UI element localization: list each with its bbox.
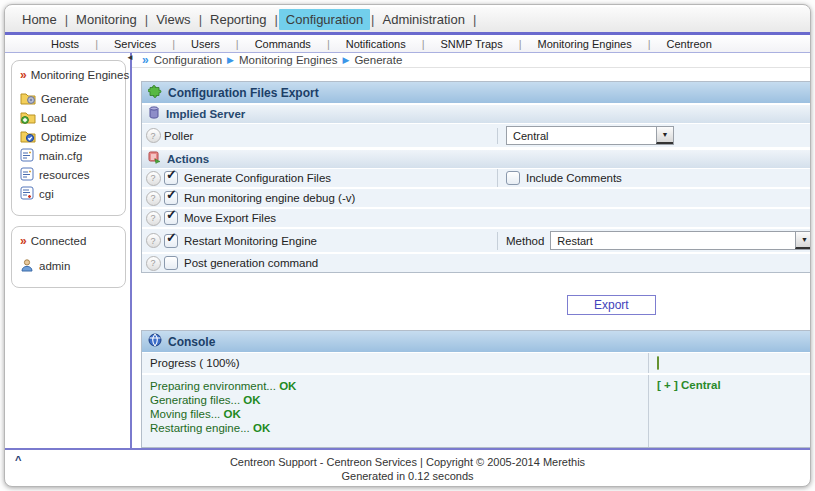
tab-views[interactable]: Views — [149, 9, 197, 30]
menu-separator — [274, 12, 277, 27]
poller-target-expander[interactable]: [ + ] Central — [657, 379, 721, 391]
footer: ^ Centreon Support - Centreon Services |… — [5, 448, 810, 487]
subtab-snmp-traps[interactable]: SNMP Traps — [425, 38, 519, 50]
help-icon[interactable]: ? — [146, 171, 161, 186]
breadcrumb-monitoring-engines[interactable]: Monitoring Engines — [239, 54, 337, 66]
help-icon[interactable]: ? — [146, 128, 161, 143]
connected-user-label: admin — [39, 260, 70, 272]
generate-config-checkbox[interactable] — [164, 171, 178, 185]
globe-icon — [148, 333, 162, 351]
sidebar-item-load[interactable]: Load — [20, 110, 119, 126]
breadcrumb-arrow-icon: ▶ — [342, 55, 349, 65]
implied-server-title: Implied Server — [166, 108, 245, 120]
post-command-checkbox[interactable] — [164, 256, 178, 270]
generate-config-label: Generate Configuration Files — [184, 172, 331, 184]
action-row-generate: ? Generate Configuration Files Include C… — [142, 169, 811, 189]
footer-generated: Generated in 0.12 seconds — [5, 469, 810, 483]
sidebar-connected-title: »Connected — [20, 234, 119, 248]
tab-administration[interactable]: Administration — [376, 9, 472, 30]
subtab-hosts[interactable]: Hosts — [35, 38, 95, 50]
include-comments-checkbox[interactable] — [506, 171, 520, 185]
restart-engine-label: Restart Monitoring Engine — [184, 235, 317, 247]
console-header: Console — [142, 331, 811, 353]
sidebar-item-label: resources — [39, 169, 90, 181]
move-files-checkbox[interactable] — [164, 211, 178, 225]
log-line: Restarting engine... OK — [150, 421, 648, 435]
menu-separator — [371, 12, 374, 27]
help-icon[interactable]: ? — [146, 191, 161, 206]
actions-header: Actions — [142, 149, 811, 169]
user-icon — [20, 258, 34, 274]
sidebar-item-cgi[interactable]: cgi — [20, 186, 119, 202]
folder-check-icon — [20, 129, 36, 145]
footer-copyright: Centreon Support - Centreon Services | C… — [5, 455, 810, 469]
progress-bar — [657, 356, 659, 370]
debug-label: Run monitoring engine debug (-v) — [184, 192, 355, 204]
sidebar-item-resources[interactable]: resources — [20, 167, 119, 183]
panel-header: Configuration Files Export — [142, 82, 811, 104]
method-label: Method — [506, 235, 544, 247]
sidebar-item-optimize[interactable]: Optimize — [20, 129, 119, 145]
menu-separator — [473, 12, 476, 27]
poller-select[interactable]: Central ▼ — [506, 126, 674, 145]
cgi-file-icon — [20, 186, 34, 202]
menu-separator — [199, 12, 202, 27]
method-select[interactable]: Restart ▼ — [550, 231, 811, 250]
console-panel: Console Progress ( 100%) Preparing envir… — [141, 330, 811, 448]
subtab-users[interactable]: Users — [175, 38, 236, 50]
sidebar-connected-box: »Connected admin — [11, 226, 126, 288]
poller-label: Poller — [164, 130, 193, 142]
panel-title: Configuration Files Export — [168, 86, 319, 100]
implied-server-header: Implied Server — [142, 104, 811, 124]
sidebar-item-generate[interactable]: Generate — [20, 91, 119, 107]
breadcrumb: » Configuration ▶ Monitoring Engines ▶ G… — [132, 53, 811, 68]
subtab-monitoring-engines[interactable]: Monitoring Engines — [522, 38, 648, 50]
method-selected-value: Restart — [557, 235, 592, 247]
config-submenu: Hosts Services Users Commands Notificati… — [5, 32, 810, 53]
folder-plus-icon — [20, 110, 36, 126]
console-log-row: Preparing environment... OK Generating f… — [142, 375, 811, 447]
export-button-zone: Export — [132, 273, 811, 325]
log-line: Generating files... OK — [150, 393, 648, 407]
poller-selected-value: Central — [513, 130, 548, 142]
dropdown-arrow-icon: ▼ — [656, 127, 673, 144]
actions-icon — [148, 150, 161, 168]
tab-monitoring[interactable]: Monitoring — [69, 9, 144, 30]
progress-row: Progress ( 100%) — [142, 353, 811, 375]
console-title: Console — [168, 335, 215, 349]
restart-engine-checkbox[interactable] — [164, 234, 178, 248]
breadcrumb-configuration[interactable]: Configuration — [154, 54, 222, 66]
scroll-top-caret[interactable]: ^ — [15, 453, 21, 467]
connected-user[interactable]: admin — [20, 258, 119, 274]
breadcrumb-generate[interactable]: Generate — [354, 54, 402, 66]
move-files-label: Move Export Files — [184, 212, 276, 224]
sidebar-item-label: Generate — [41, 93, 89, 105]
subtab-notifications[interactable]: Notifications — [330, 38, 422, 50]
help-icon[interactable]: ? — [146, 233, 161, 248]
sidebar-collapse-icon[interactable]: ◄ — [126, 53, 134, 62]
tab-configuration[interactable]: Configuration — [279, 9, 370, 30]
sidebar-item-main-cfg[interactable]: main.cfg — [20, 148, 119, 164]
log-line: Moving files... OK — [150, 407, 648, 421]
export-button[interactable]: Export — [567, 295, 656, 315]
section-chevrons-icon: » — [20, 234, 27, 248]
subtab-services[interactable]: Services — [98, 38, 172, 50]
subtab-centreon[interactable]: Centreon — [651, 38, 728, 50]
tab-reporting[interactable]: Reporting — [203, 9, 273, 30]
post-command-label: Post generation command — [184, 257, 318, 269]
config-file-icon — [20, 167, 34, 183]
tab-home[interactable]: Home — [15, 9, 64, 30]
action-row-move: ? Move Export Files — [142, 209, 811, 229]
content-area: ◄ » Configuration ▶ Monitoring Engines ▶… — [130, 53, 811, 448]
folder-gear-icon — [20, 91, 36, 107]
action-row-restart: ? Restart Monitoring Engine Method Resta… — [142, 229, 811, 254]
help-icon[interactable]: ? — [146, 211, 161, 226]
centreon-window: Home Monitoring Views Reporting Configur… — [4, 4, 811, 487]
main-menu: Home Monitoring Views Reporting Configur… — [5, 7, 810, 32]
menu-separator — [65, 12, 68, 27]
breadcrumb-lead-icon: » — [142, 53, 149, 67]
subtab-commands[interactable]: Commands — [239, 38, 327, 50]
help-icon[interactable]: ? — [146, 256, 161, 271]
poller-row: ? Poller Central ▼ — [142, 124, 811, 149]
debug-checkbox[interactable] — [164, 191, 178, 205]
